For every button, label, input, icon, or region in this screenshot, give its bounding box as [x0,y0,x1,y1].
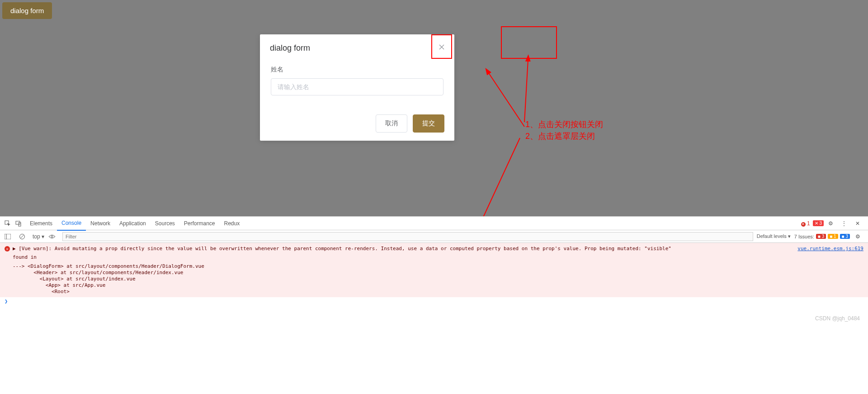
annotation-line-1: 1、点击关闭按钮关闭 [525,119,603,130]
warn-badge[interactable]: ✕ 3 [813,220,824,226]
clear-console-icon[interactable] [18,233,26,241]
annotation-highlight-overlay [501,26,557,59]
issues-blue-badge: ■ 3 [840,234,850,239]
svg-line-1 [524,60,528,122]
console-error-row[interactable]: ✕ ▶ [Vue warn]: Avoid mutating a prop di… [5,246,863,252]
dialog-title: dialog form [270,43,310,52]
devtools-tabs: Elements Console Network Application Sou… [0,217,868,230]
svg-line-0 [488,72,524,127]
open-dialog-button[interactable]: dialog form [2,2,52,19]
issues-summary[interactable]: 7 Issues: ■ 3 ■ 1 ■ 3 [794,234,850,239]
dialog-form: dialog form 姓名 取消 提交 [260,34,454,141]
submit-button[interactable]: 提交 [413,114,444,133]
console-prompt[interactable]: ❯ [0,297,868,305]
annotation-line-2: 2、点击遮罩层关闭 [525,130,603,142]
gear-icon[interactable]: ⚙ [826,219,835,228]
annotation-text: 1、点击关闭按钮关闭 2、点击遮罩层关闭 [525,119,603,142]
watermark: CSDN @jqh_0484 [815,315,860,322]
tab-performance[interactable]: Performance [179,217,220,230]
issues-red-badge: ■ 3 [816,234,826,239]
error-found-in: found in [13,254,863,261]
tab-network[interactable]: Network [86,217,115,230]
dialog-body: 姓名 [260,57,454,109]
device-icon[interactable] [14,219,23,228]
levels-dropdown[interactable]: Default levels ▾ [757,233,791,239]
tab-console[interactable]: Console [57,216,86,231]
dialog-footer: 取消 提交 [260,109,454,141]
tab-redux[interactable]: Redux [220,217,245,230]
settings-gear-icon[interactable]: ⚙ [854,233,862,241]
svg-rect-6 [5,234,11,239]
more-icon[interactable]: ⋮ [840,219,848,228]
error-message: ▶ [Vue warn]: Avoid mutating a prop dire… [13,246,797,252]
tab-sources[interactable]: Sources [151,217,179,230]
name-input[interactable] [271,78,443,95]
sidebar-toggle-icon[interactable] [4,233,12,241]
error-icon: ✕ [5,246,10,252]
filter-input[interactable] [62,232,753,241]
source-link[interactable]: vue.runtime.esm.js:619 [797,246,863,252]
error-stack-trace: ---> <DialogForm> at src/layout/componen… [13,263,863,295]
inspect-icon[interactable] [4,219,12,228]
tab-elements[interactable]: Elements [25,217,57,230]
dialog-header: dialog form [260,34,454,57]
error-indicator[interactable]: ✕ 1 [801,220,810,227]
context-selector[interactable]: top ▾ [33,233,44,240]
name-label: 姓名 [271,66,443,74]
devtools-panel: Elements Console Network Application Sou… [0,216,868,304]
issues-yellow-badge: ■ 1 [828,234,838,239]
eye-icon[interactable] [48,233,56,241]
svg-line-9 [20,235,24,238]
app-overlay[interactable]: dialog form dialog form 姓名 取消 提交 1、点击关闭按… [0,0,868,216]
svg-point-10 [51,236,53,237]
console-toolbar: top ▾ Default levels ▾ 7 Issues: ■ 3 ■ 1… [0,230,868,243]
annotation-arrow-2 [511,54,538,127]
console-output: ✕ ▶ [Vue warn]: Avoid mutating a prop di… [0,243,868,297]
cancel-button[interactable]: 取消 [376,114,407,133]
annotation-highlight-close [431,34,452,59]
tab-application[interactable]: Application [115,217,151,230]
close-devtools-icon[interactable]: ✕ [854,219,862,228]
